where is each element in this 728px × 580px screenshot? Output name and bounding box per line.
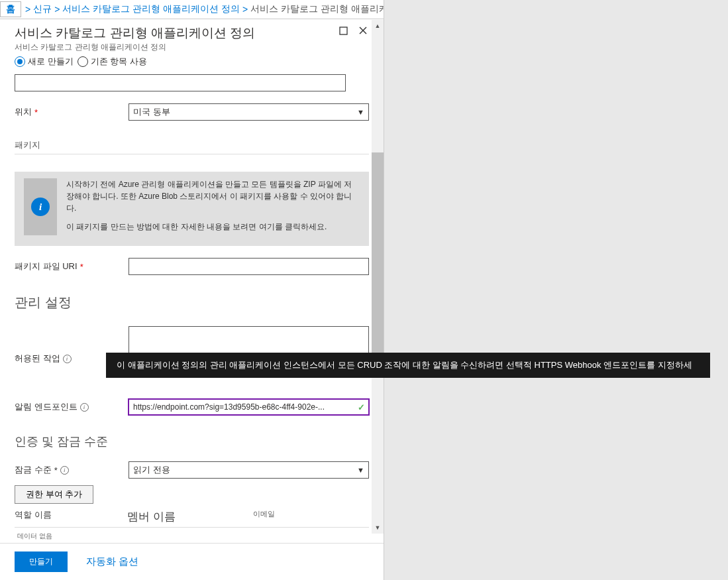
scroll-up-icon[interactable]: ▲ [372, 20, 384, 32]
radio-selected-icon [15, 56, 25, 67]
tooltip: 이 애플리케이션 정의의 관리 애플리케이션 인스턴스에서 모든 CRUD 조작… [106, 353, 710, 378]
radio-use-existing-label: 기존 항목 사용 [91, 56, 147, 68]
create-button[interactable]: 만들기 [15, 551, 68, 572]
svg-rect-0 [340, 27, 347, 34]
automation-options-link[interactable]: 자동화 옵션 [86, 555, 138, 568]
chevron-down-icon: ▼ [357, 108, 364, 116]
info-icon: i [31, 198, 50, 216]
location-label: 위치 [15, 106, 32, 118]
info-icon-container: i [24, 178, 57, 235]
close-icon[interactable] [357, 25, 369, 36]
panel-subtitle: 서비스 카탈로그 관리형 애플리케이션 정의 [15, 42, 255, 53]
info-circle-icon[interactable]: i [80, 403, 89, 412]
info-circle-icon[interactable]: i [60, 466, 69, 475]
auth-section-title: 인증 및 잠금 수준 [15, 434, 369, 449]
radio-create-new[interactable]: 새로 만들기 [15, 56, 74, 68]
chevron-down-icon: ▼ [357, 466, 364, 474]
auth-table-header: 역할 이름 멤버 이름 이메일 [15, 509, 369, 528]
location-value: 미국 동부 [133, 106, 170, 118]
breadcrumb-home[interactable]: 홈 [0, 1, 21, 17]
info-text-1: 시작하기 전에 Azure 관리형 애플리케이션을 만들고 모든 템플릿을 ZI… [66, 178, 360, 214]
package-uri-input[interactable] [129, 258, 369, 275]
check-icon: ✓ [358, 402, 365, 412]
content-area: 위치 * 미국 동부 ▼ 패키지 i 시작하기 전에 Azure 관리형 애플리… [0, 72, 384, 543]
footer: 만들기 자동화 옵션 [0, 543, 384, 580]
required-asterisk: * [80, 262, 83, 272]
lock-level-select[interactable]: 읽기 전용 ▼ [129, 461, 369, 479]
col-member-name: 멤버 이름 [127, 509, 253, 524]
blade-panel: 홈 > 신규 > 서비스 카탈로그 관리형 애플리케이션 정의 > 서비스 카탈… [0, 0, 384, 580]
notification-endpoint-label: 알림 엔드포인트 [15, 401, 78, 413]
breadcrumb-sep: > [23, 4, 33, 15]
scrollbar-thumb[interactable] [372, 152, 384, 371]
info-text-2[interactable]: 이 패키지를 만드는 방법에 대한 자세한 내용을 보려면 여기를 클릭하세요. [66, 221, 360, 233]
col-email: 이메일 [253, 509, 275, 524]
package-uri-label: 패키지 파일 URI [15, 261, 78, 272]
breadcrumb-link-new[interactable]: 신규 [33, 3, 52, 15]
main-container: 홈 > 신규 > 서비스 카탈로그 관리형 애플리케이션 정의 > 서비스 카탈… [0, 0, 728, 580]
radio-use-existing[interactable]: 기존 항목 사용 [78, 56, 147, 68]
endpoint-value: https://endpoint.com?sig=13d9595b-e68c-4… [133, 402, 325, 412]
management-section-title: 관리 설정 [15, 294, 369, 312]
scroll-down-icon[interactable]: ▼ [372, 522, 384, 534]
maximize-icon[interactable] [337, 25, 349, 36]
required-asterisk: * [34, 107, 38, 117]
breadcrumb: 홈 > 신규 > 서비스 카탈로그 관리형 애플리케이션 정의 > 서비스 카탈… [0, 0, 384, 19]
radio-group: 새로 만들기 기존 항목 사용 [0, 54, 384, 72]
allowed-ops-label: 허용된 작업 [15, 353, 60, 365]
package-section-label: 패키지 [15, 139, 369, 154]
breadcrumb-sep: > [52, 4, 62, 15]
breadcrumb-current: 서비스 카탈로그 관리형 애플리케이션 정의 [250, 3, 384, 15]
col-role-name: 역할 이름 [15, 509, 127, 524]
lock-level-label: 잠금 수준 [15, 464, 52, 476]
location-select[interactable]: 미국 동부 ▼ [129, 103, 369, 121]
info-box: i 시작하기 전에 Azure 관리형 애플리케이션을 만들고 모든 템플릿을 … [15, 172, 369, 246]
scrollbar[interactable]: ▲ ▼ [372, 20, 384, 534]
panel-title: 서비스 카탈로그 관리형 애플리케이션 정의 [15, 25, 255, 42]
panel-header: 서비스 카탈로그 관리형 애플리케이션 정의 서비스 카탈로그 관리형 애플리케… [0, 19, 384, 54]
resource-group-name-input[interactable] [15, 74, 346, 91]
required-asterisk: * [54, 465, 58, 475]
breadcrumb-sep: > [240, 4, 250, 15]
add-authorization-button[interactable]: 권한 부여 추가 [15, 485, 93, 504]
info-circle-icon[interactable]: i [63, 355, 72, 363]
notification-endpoint-input[interactable]: https://endpoint.com?sig=13d9595b-e68c-4… [129, 399, 369, 415]
radio-create-new-label: 새로 만들기 [28, 56, 74, 68]
radio-unselected-icon [78, 56, 88, 67]
lock-level-value: 읽기 전용 [133, 464, 170, 476]
no-data-text: 데이터 없음 [15, 528, 369, 543]
right-empty-area [384, 0, 728, 580]
breadcrumb-link-catalog[interactable]: 서비스 카탈로그 관리형 애플리케이션 정의 [62, 3, 240, 15]
